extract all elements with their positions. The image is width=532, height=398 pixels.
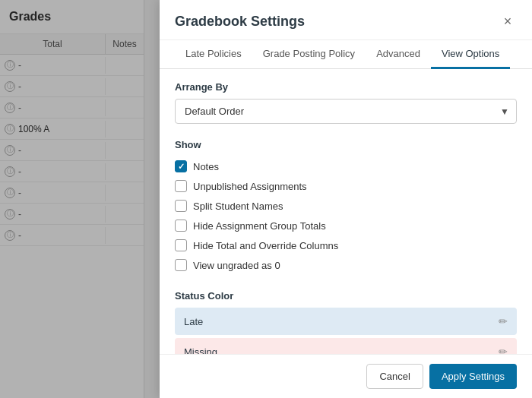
checkbox-item-view-ungraded[interactable]: View ungraded as 0 — [175, 255, 517, 275]
checkbox-label-unpublished: Unpublished Assignments — [193, 181, 307, 192]
arrange-by-select[interactable]: Default Order — [175, 99, 517, 124]
checkbox-notes[interactable] — [175, 160, 187, 172]
tabs-container: Late PoliciesGrade Posting PolicyAdvance… — [160, 40, 532, 69]
apply-settings-button[interactable]: Apply Settings — [429, 364, 517, 389]
close-button[interactable]: × — [499, 12, 517, 30]
tab-view-options[interactable]: View Options — [431, 40, 510, 69]
show-section: Show NotesUnpublished AssignmentsSplit S… — [175, 139, 517, 275]
arrange-by-wrapper: Default Order ▼ — [175, 99, 517, 124]
checkbox-item-unpublished[interactable]: Unpublished Assignments — [175, 176, 517, 196]
status-item-late[interactable]: Late✏ — [175, 308, 517, 335]
modal-header: Gradebook Settings × — [160, 0, 532, 40]
status-label-missing: Missing — [184, 346, 217, 355]
tab-late-policies[interactable]: Late Policies — [175, 40, 252, 69]
gradebook-settings-modal: Gradebook Settings × Late PoliciesGrade … — [160, 0, 532, 398]
tab-grade-posting[interactable]: Grade Posting Policy — [252, 40, 366, 69]
modal-overlay: Gradebook Settings × Late PoliciesGrade … — [0, 0, 532, 398]
checkbox-label-notes: Notes — [193, 161, 219, 172]
checkbox-item-notes[interactable]: Notes — [175, 156, 517, 176]
status-item-missing[interactable]: Missing✏ — [175, 338, 517, 354]
edit-icon-missing[interactable]: ✏ — [499, 346, 508, 354]
modal-title: Gradebook Settings — [175, 14, 305, 30]
checkbox-view-ungraded[interactable] — [175, 259, 187, 271]
checkbox-split-names[interactable] — [175, 200, 187, 212]
cancel-button[interactable]: Cancel — [366, 364, 423, 389]
checkbox-item-split-names[interactable]: Split Student Names — [175, 196, 517, 216]
show-label: Show — [175, 139, 517, 150]
checkbox-label-split-names: Split Student Names — [193, 201, 283, 212]
checkbox-label-hide-total: Hide Total and Override Columns — [193, 240, 338, 251]
checkbox-hide-group-totals[interactable] — [175, 220, 187, 232]
status-label-late: Late — [184, 316, 203, 327]
checkbox-item-hide-total[interactable]: Hide Total and Override Columns — [175, 235, 517, 255]
modal-footer: Cancel Apply Settings — [160, 354, 532, 398]
checkbox-label-hide-group-totals: Hide Assignment Group Totals — [193, 220, 326, 232]
checkbox-item-hide-group-totals[interactable]: Hide Assignment Group Totals — [175, 216, 517, 235]
checkbox-hide-total[interactable] — [175, 239, 187, 251]
arrange-by-label: Arrange By — [175, 81, 517, 93]
edit-icon-late[interactable]: ✏ — [499, 315, 508, 327]
modal-body: Arrange By Default Order ▼ Show NotesUnp… — [160, 69, 532, 354]
status-color-section: Status Color Late✏Missing✏Resubmitted✏Dr… — [175, 290, 517, 354]
checkbox-label-view-ungraded: View ungraded as 0 — [193, 260, 280, 271]
status-color-label: Status Color — [175, 290, 517, 302]
checkbox-unpublished[interactable] — [175, 180, 187, 192]
tab-advanced[interactable]: Advanced — [366, 40, 431, 69]
